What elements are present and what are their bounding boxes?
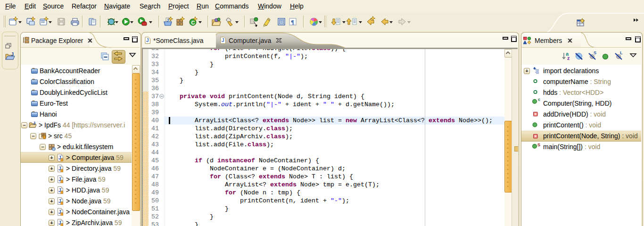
svg-text:J: J: [222, 38, 224, 43]
svg-text:S: S: [594, 50, 596, 55]
svg-text:S: S: [537, 142, 540, 147]
svg-text:J: J: [11, 51, 14, 57]
svg-text:J: J: [166, 18, 169, 23]
svg-text:z: z: [567, 55, 570, 61]
svg-text:¶: ¶: [291, 18, 294, 25]
svg-text:C: C: [191, 20, 195, 25]
svg-text:J: J: [146, 38, 149, 43]
svg-text:c: c: [538, 97, 540, 102]
svg-text:L: L: [620, 50, 623, 55]
